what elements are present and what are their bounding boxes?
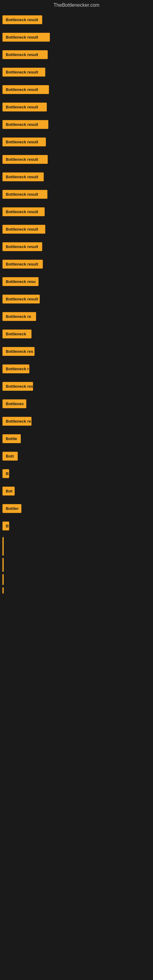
list-item: Bottleneck result <box>0 170 153 185</box>
bottleneck-result-badge[interactable]: Bottleneck result <box>2 85 49 94</box>
list-item: Bottleneck result <box>0 48 153 62</box>
list-item: Bottleneck result <box>0 240 153 254</box>
list-item: Bottleneck resu <box>0 275 153 289</box>
list-item: Bottleneck result <box>0 118 153 132</box>
bottleneck-result-badge[interactable]: Bottleneck r <box>2 364 29 373</box>
list-item: Bottleneck result <box>0 31 153 45</box>
vertical-bar <box>2 574 4 585</box>
list-item: Bottleneck result <box>0 101 153 115</box>
list-item: Bottleneck result <box>0 188 153 202</box>
bottleneck-result-badge[interactable]: Bottler <box>2 504 21 513</box>
vertical-bar <box>2 558 4 572</box>
bottleneck-result-badge[interactable]: Bottleneck re <box>2 312 36 321</box>
list-item: B <box>0 520 153 533</box>
list-item: Bot <box>0 485 153 499</box>
bottleneck-result-badge[interactable]: Bottleneck result <box>2 260 43 269</box>
list-item: Bott <box>0 450 153 464</box>
list-item: Bottleneck result <box>0 83 153 97</box>
bottleneck-result-badge[interactable]: Bottleneck result <box>2 294 40 304</box>
bottleneck-result-badge[interactable]: Bottleneck re <box>2 417 32 426</box>
bottleneck-result-badge[interactable]: Bottleneck resu <box>2 277 38 286</box>
bottleneck-result-badge[interactable]: Bottleneck result <box>2 137 46 146</box>
bottleneck-result-badge[interactable]: Bottleneck result <box>2 207 45 216</box>
list-item: Bottleneck result <box>0 153 153 167</box>
bottleneck-result-badge[interactable]: Bottleneck result <box>2 15 42 24</box>
vertical-bar <box>2 537 4 555</box>
bottleneck-result-badge[interactable]: Bottleneck result <box>2 172 44 181</box>
list-item: B <box>0 467 153 481</box>
list-item: Bottler <box>0 502 153 516</box>
vertical-bar <box>2 587 4 593</box>
list-item: Bottle <box>0 433 153 446</box>
bottleneck-result-badge[interactable]: Bottleneck result <box>2 33 50 41</box>
bottleneck-result-badge[interactable]: Bottleneck result <box>2 190 48 199</box>
items-container: Bottleneck resultBottleneck resultBottle… <box>0 10 153 599</box>
bottleneck-result-badge[interactable]: Bottleneck result <box>2 225 45 234</box>
list-item: Bottleneck result <box>0 293 153 307</box>
list-item: Bottleneck result <box>0 223 153 237</box>
site-title: TheBottlenecker.com <box>0 0 153 10</box>
bottleneck-result-badge[interactable]: Bottleneck resu <box>2 382 33 391</box>
list-item: Bottleneck re <box>0 415 153 429</box>
bottleneck-result-badge[interactable]: Bot <box>2 487 15 495</box>
list-item: Bottleneck r <box>0 363 153 376</box>
list-item: Bottleneck result <box>0 205 153 219</box>
bottleneck-result-badge[interactable]: Bott <box>2 452 18 461</box>
list-item: Bottleneck <box>0 328 153 342</box>
bottleneck-result-badge[interactable]: Bottleneck res <box>2 347 35 356</box>
list-item: Bottleneck result <box>0 66 153 80</box>
list-item: Bottleneck re <box>0 310 153 324</box>
bottleneck-result-badge[interactable]: Bottleneck result <box>2 242 42 251</box>
bottleneck-result-badge[interactable]: Bottleneck result <box>2 68 45 76</box>
list-item: Bottleneck res <box>0 345 153 359</box>
list-item: Bottlenec <box>0 398 153 411</box>
list-item: Bottleneck result <box>0 258 153 272</box>
bottleneck-result-badge[interactable]: Bottleneck <box>2 329 32 339</box>
bottleneck-result-badge[interactable]: Bottleneck result <box>2 103 47 111</box>
list-item: Bottleneck result <box>0 13 153 27</box>
page-container: TheBottlenecker.com Bottleneck resultBot… <box>0 0 153 599</box>
bottleneck-result-badge[interactable]: B <box>2 469 9 478</box>
bottleneck-result-badge[interactable]: B <box>2 522 9 530</box>
bottleneck-result-badge[interactable]: Bottlenec <box>2 399 26 408</box>
bottleneck-result-badge[interactable]: Bottleneck result <box>2 50 48 59</box>
list-item: Bottleneck result <box>0 136 153 150</box>
bottleneck-result-badge[interactable]: Bottle <box>2 434 21 443</box>
list-item: Bottleneck resu <box>0 380 153 394</box>
bottleneck-result-badge[interactable]: Bottleneck result <box>2 155 48 164</box>
bottleneck-result-badge[interactable]: Bottleneck result <box>2 120 48 129</box>
